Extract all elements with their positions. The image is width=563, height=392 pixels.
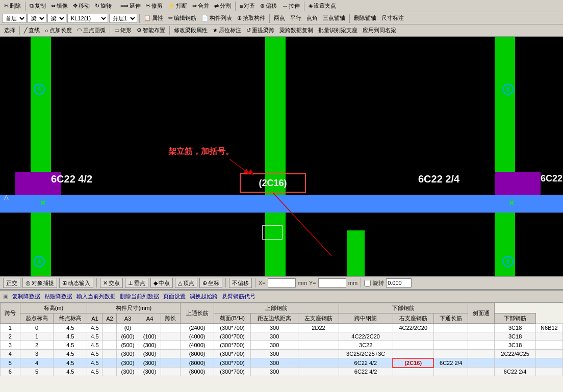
copy-drop-btn[interactable]: 复制降数据 — [12, 293, 40, 300]
edit-rebar-btn[interactable]: ✏ 编辑钢筋 — [166, 14, 198, 22]
top-icon: △ — [178, 280, 182, 286]
perp-btn[interactable]: ⊥垂点 — [125, 278, 148, 288]
align-btn[interactable]: ≡ 对齐 — [238, 2, 257, 10]
break-icon: ⚡ — [168, 3, 175, 9]
break-btn[interactable]: ⚡ 打断 — [166, 2, 189, 10]
dyn-icon: ⊞ — [62, 280, 67, 286]
th-lower-rebar-group: 下部钢筋 — [339, 303, 468, 313]
type2-select[interactable]: 梁 — [47, 14, 66, 23]
rect-icon: ▭ — [114, 27, 119, 34]
cantilever-btn[interactable]: 悬臂钢筋代号 — [222, 293, 255, 300]
trim-btn[interactable]: ✂ 修剪 — [144, 2, 165, 10]
coord-btn[interactable]: ⊕坐标 — [199, 278, 222, 288]
x-input[interactable] — [268, 278, 296, 288]
table-row: 324.54.5(500)(300)(4000)(300*700)3003C22… — [1, 341, 563, 350]
smart-layout-btn[interactable]: ⚙智能布置 — [135, 26, 167, 35]
offset-icon: ⊛ — [260, 3, 265, 9]
page-set-btn[interactable]: 页面设置 — [163, 293, 186, 300]
sublayer-select[interactable]: 分层1 — [109, 14, 137, 23]
select-btn[interactable]: 选择 — [2, 26, 17, 35]
x-icon: ✕ — [103, 280, 108, 286]
th-bot-through: 下通长筋 — [433, 313, 468, 324]
parallel-btn[interactable]: 平行 — [288, 14, 303, 22]
type1-select[interactable]: 梁 — [28, 14, 46, 23]
pick-component-btn[interactable]: ⊕ 拾取构件 — [235, 14, 267, 22]
circle-num-4-bottom-left: 4 — [34, 256, 45, 267]
offset-btn[interactable]: ⊛ 偏移 — [258, 2, 279, 10]
del-col-btn[interactable]: 删除当前列数据 — [120, 293, 159, 300]
edit-rebar-icon: ✏ — [168, 15, 173, 21]
th-end-h: 终点标高 — [54, 313, 87, 324]
mirror-btn[interactable]: ⇔ 镜像 — [49, 2, 70, 10]
intersect-btn[interactable]: ✕交点 — [100, 278, 123, 288]
col-green-3 — [495, 37, 515, 276]
props-btn[interactable]: 📋 属性 — [142, 14, 165, 22]
col-green-2 — [265, 37, 286, 276]
setpoint-icon: ◈ — [309, 3, 313, 9]
th-a4: A4 — [139, 313, 161, 324]
mirror-icon: ⇔ — [51, 3, 56, 9]
extend-btn[interactable]: ⟹ 延伸 — [118, 2, 143, 10]
mm-label1: mm — [298, 280, 307, 286]
no-offset-btn[interactable]: 不偏移 — [229, 278, 252, 288]
table-row: 544.54.5(300)(300)(8000)(300*700)3006C22… — [1, 358, 563, 368]
delete-icon: ✂ — [4, 3, 9, 9]
th-section-bh: 截面(B*H) — [214, 313, 251, 324]
y-input[interactable] — [318, 278, 346, 288]
dim-btn[interactable]: 尺寸标注 — [379, 14, 406, 22]
del-aux-btn[interactable]: 删除辅轴 — [352, 14, 378, 22]
copy-btn[interactable]: ⧉ 复制 — [28, 2, 48, 10]
delete-btn[interactable]: ✂ 删除 — [2, 2, 23, 10]
sep11 — [96, 278, 97, 288]
line-icon: ╱ — [24, 27, 28, 34]
extract-icon: ↺ — [246, 27, 251, 34]
three-arc-btn[interactable]: ◠三点画弧 — [75, 26, 108, 35]
th-left-support: 左支座钢筋 — [298, 313, 339, 324]
table-row: 654.54.5(300)(300)(8000)(300*700)3006C22… — [1, 368, 563, 376]
setpoint-btn[interactable]: ◈ 设置夹点 — [306, 2, 338, 10]
top-btn[interactable]: △顶点 — [175, 278, 197, 288]
batch-id-btn[interactable]: 批量识别梁支座 — [316, 26, 360, 35]
mid-btn[interactable]: ◆中点 — [150, 278, 173, 288]
layer-select[interactable]: 首层 — [2, 14, 27, 23]
rotate-btn[interactable]: ↻ 旋转 — [93, 2, 114, 10]
arrow-indicator: → — [43, 275, 49, 276]
stretch-btn[interactable]: ↔ 拉伸 — [280, 2, 302, 10]
sep — [25, 2, 25, 11]
arc-icon: ◠ — [77, 27, 82, 34]
circle-num-5-right: 5 — [502, 84, 514, 95]
extend-icon: ⟹ — [120, 3, 129, 9]
paste-drop-btn[interactable]: 粘贴降数据 — [44, 293, 72, 300]
two-point-btn[interactable]: 两点 — [272, 14, 287, 22]
point-len-btn[interactable]: ○点加长度 — [43, 26, 74, 35]
table-scroll[interactable]: 跨号 标高(m) 构件尺寸(mm) 上通长筋 上部钢筋 下部钢筋 侧面通 起点标… — [0, 303, 563, 392]
input-col-btn[interactable]: 输入当前列数据 — [76, 293, 116, 300]
rect-btn[interactable]: ▭矩形 — [112, 26, 134, 35]
panel-icon: ▣ — [3, 293, 8, 300]
modify-seg-btn[interactable]: 修改梁段属性 — [172, 26, 210, 35]
beam-label-left: 6C22 4/2 — [51, 173, 92, 185]
swap-start-btn[interactable]: 调换起始跨 — [190, 293, 218, 300]
rotate-check[interactable] — [364, 280, 371, 286]
merge-btn[interactable]: ⇒ 合并 — [190, 2, 211, 10]
split-icon: ⇌ — [214, 3, 219, 9]
trim-icon: ✂ — [146, 3, 150, 9]
split-btn[interactable]: ⇌ 分割 — [212, 2, 233, 10]
dynin-btn[interactable]: ⊞动态输入 — [59, 278, 93, 288]
th-top-through: 上通长筋 — [181, 303, 214, 324]
span-copy-btn[interactable]: 梁跨数据复制 — [277, 26, 315, 35]
table-row: 214.54.5(600)(100)(4000)(300*700)3004C22… — [1, 332, 563, 341]
move-btn[interactable]: ✥ 移动 — [71, 2, 92, 10]
rotate-input[interactable] — [386, 278, 412, 288]
panel-toolbar: ▣ 复制降数据 粘贴降数据 输入当前列数据 删除当前列数据 页面设置 调换起始跨… — [0, 291, 563, 303]
apply-same-btn[interactable]: 应用到同名梁 — [361, 26, 398, 35]
ortho-btn[interactable]: 正交 — [3, 278, 20, 288]
re-extract-btn[interactable]: ↺重提梁跨 — [244, 26, 276, 35]
line-btn[interactable]: ╱直线 — [22, 26, 42, 35]
osnap-btn[interactable]: ◎对象捕捉 — [22, 278, 57, 288]
component-list-btn[interactable]: 📄 构件列表 — [199, 14, 234, 22]
three-point-btn[interactable]: 三点辅轴 — [321, 14, 347, 22]
orig-annot-btn[interactable]: ★原位标注 — [211, 26, 243, 35]
element-select[interactable]: KL12(1) — [67, 14, 108, 23]
angle-btn[interactable]: 点角 — [304, 14, 320, 22]
